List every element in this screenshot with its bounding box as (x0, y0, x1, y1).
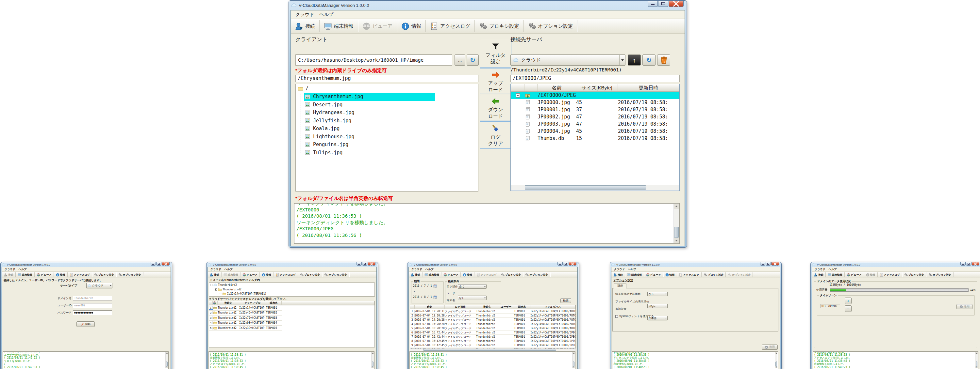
table-row[interactable]: 5Thunderbird2Ie22y39v4CA8T10PTERM005 (209, 326, 282, 331)
client-file-tree[interactable]: /Chrysanthemum.jpgDesert.jpgHydrangeas.j… (295, 84, 479, 192)
scroll-down-arrow[interactable] (674, 238, 679, 243)
menu-help[interactable]: ヘルプ (223, 268, 234, 271)
column-header[interactable]: 接続先 (476, 305, 498, 309)
log-clear-button[interactable]: ログクリア (480, 121, 511, 149)
user-id-field[interactable]: user002 (73, 303, 112, 308)
close-button[interactable] (162, 262, 170, 266)
scroll-up-arrow[interactable] (372, 352, 374, 354)
dropdown-arrow-icon[interactable] (483, 296, 486, 300)
header-spacer[interactable] (525, 84, 538, 91)
tab-environment[interactable]: 環境 (614, 283, 627, 288)
toolbar-terminal-info[interactable]: 端末情報 (826, 273, 845, 277)
timezone-minus-button[interactable]: − (845, 306, 851, 312)
scroll-up-arrow[interactable] (165, 352, 168, 354)
server-type-dropdown[interactable]: クラウド (511, 54, 625, 66)
dropdown-arrow-icon[interactable] (109, 283, 112, 288)
maximize-button[interactable] (966, 262, 971, 266)
log-operation-dropdown[interactable]: 全て (458, 284, 487, 289)
column-header[interactable] (282, 301, 374, 305)
upload-button[interactable]: アップロード (480, 68, 511, 94)
toolbar-proxy-settings[interactable]: プロキシ設定 (499, 273, 523, 277)
horizontal-scrollbar[interactable] (511, 185, 679, 190)
title-bar[interactable]: V-CloudDataManager Version 1.0.0.0 (207, 262, 377, 267)
domain-folder-tree[interactable]: Thunderbird2Thunderbird2Ie22y14v4CA8T10P… (209, 282, 375, 296)
toolbar-info[interactable]: 情報 (397, 22, 425, 30)
toolbar-connect[interactable]: 接続 (812, 273, 826, 277)
toolbar-proxy-settings[interactable]: プロキシ設定 (702, 273, 726, 277)
toolbar-terminal-info[interactable]: 端末情報 (625, 273, 644, 277)
terminal-table[interactable]: 接続先アクティブID端末名1Thunderbird2Ie22y14v4CA8T1… (209, 301, 375, 347)
table-row[interactable]: 3Thunderbird2Ie22y76v4CA8T10PTERM003 (209, 315, 282, 321)
toolbar-terminal-info[interactable]: 端末情報 (423, 273, 441, 277)
table-row[interactable]: 4Thunderbird2Ie22y08v4CA8T10PTERM004 (209, 321, 282, 326)
tree-root-row[interactable]: / (296, 84, 478, 93)
toolbar-option-settings[interactable]: オプション設定 (524, 22, 578, 30)
toolbar-viewer[interactable]: ビューア (240, 273, 259, 277)
toolbar-info[interactable]: 情報 (260, 273, 273, 277)
title-bar[interactable]: V-CloudDataManager Version 1.0.0.0 (291, 1, 685, 10)
column-header[interactable]: 端末名 (514, 305, 530, 309)
table-row[interactable]: 32016-07-04 14:20:28ファイルアップロードThunderbir… (410, 318, 576, 322)
close-button[interactable] (368, 262, 375, 266)
log-output[interactable]: /EXT0000/JPEG( 2016/08/01 11:38:31 )容量情報… (409, 352, 576, 369)
close-button[interactable] (668, 1, 684, 7)
column-header[interactable]: フォルダパス (530, 305, 576, 309)
calendar-icon[interactable] (433, 295, 437, 299)
toolbar-proxy-settings[interactable]: プロキシ設定 (92, 273, 116, 277)
menu-help[interactable]: ヘルプ (827, 268, 838, 271)
user-dropdown[interactable]: なし (458, 296, 487, 300)
date-to-row[interactable]: 2016 / 8 / 1 (413, 295, 437, 299)
close-button[interactable] (771, 262, 779, 266)
toolbar-viewer[interactable]: ビューア (35, 273, 54, 277)
scroll-up-arrow[interactable] (674, 204, 679, 209)
dropdown-arrow-icon[interactable] (619, 55, 625, 65)
list-item[interactable]: Jellyfish.jpg (304, 117, 478, 125)
horizontal-scrollbar[interactable] (410, 348, 576, 351)
dropdown-arrow-icon[interactable] (483, 285, 486, 288)
menu-cloud[interactable]: クラウド (293, 12, 317, 17)
minimize-button[interactable] (557, 262, 563, 266)
calendar-icon[interactable] (433, 284, 437, 288)
table-row[interactable]: 82016-07-04 16:42:45ファイルダウンロードThunderbir… (410, 339, 576, 343)
server-refresh-button[interactable]: ↻ (643, 54, 655, 66)
close-button[interactable] (972, 262, 979, 266)
minimize-button[interactable] (760, 262, 765, 266)
list-item[interactable]: Koala.jpg (304, 125, 478, 133)
scrollbar-thumb[interactable] (372, 361, 374, 367)
toolbar-connect[interactable]: 接続 (291, 22, 319, 30)
maximize-button[interactable] (156, 262, 161, 266)
vertical-scrollbar[interactable] (165, 352, 168, 368)
date-to-value[interactable]: 2016 / 8 / 1 (413, 296, 432, 299)
menu-cloud[interactable]: クラウド (410, 268, 424, 271)
scroll-up-arrow[interactable] (975, 352, 978, 354)
collapse-icon[interactable] (215, 288, 217, 291)
log-output[interactable]: 容量情報を取得しました。( 2016/08/01 11:38:33 )アクセスロ… (813, 352, 978, 369)
title-bar[interactable]: V-CloudDataManager Version 1.0.0.0 (611, 262, 780, 267)
table-row[interactable]: JP00004.jpg452016/07/19 08:58: (511, 128, 679, 135)
domain-name-field[interactable]: Thunderbird2 (73, 296, 112, 301)
toolbar-option-settings[interactable]: オプション設定 (322, 273, 349, 277)
list-item[interactable]: Desert.jpg (304, 101, 478, 109)
checkbox-icon[interactable] (615, 315, 618, 318)
vertical-scrollbar[interactable] (673, 204, 679, 243)
column-header[interactable]: 時刻 (415, 305, 445, 309)
menu-help[interactable]: ヘルプ (424, 268, 435, 271)
table-row[interactable]: JP00001.jpg372016/07/19 08:58: (511, 106, 679, 113)
toolbar-info[interactable]: 情報 (54, 273, 67, 277)
timezone-plus-button[interactable]: + (845, 298, 851, 304)
column-header[interactable]: 接続先 (218, 301, 239, 305)
vertical-scrollbar[interactable] (775, 352, 777, 368)
table-row[interactable]: 2Thunderbird2Ie22y45v4CA8T10PTERM002 (209, 310, 282, 316)
menu-cloud[interactable]: クラウド (612, 268, 627, 271)
toolbar-viewer[interactable]: ビューア (845, 273, 864, 277)
server-file-table[interactable]: 名前サイズ[KByte]更新日時/EXT0000/JPEGJP00000.jpg… (511, 84, 680, 191)
menu-cloud[interactable]: クラウド (209, 268, 223, 271)
menu-help[interactable]: ヘルプ (17, 268, 29, 271)
toolbar-viewer[interactable]: ビューア (644, 273, 663, 277)
scrollbar-thumb[interactable] (166, 361, 168, 367)
column-header[interactable]: 名前 (538, 84, 576, 91)
toolbar-info[interactable]: 情報 (663, 273, 677, 277)
toolbar-proxy-settings[interactable]: プロキシ設定 (902, 273, 926, 277)
table-row[interactable]: 42016-07-04 15:20:28ファイルアップロードThunderbir… (410, 322, 576, 326)
apply-button[interactable]: 適用 (762, 345, 778, 350)
